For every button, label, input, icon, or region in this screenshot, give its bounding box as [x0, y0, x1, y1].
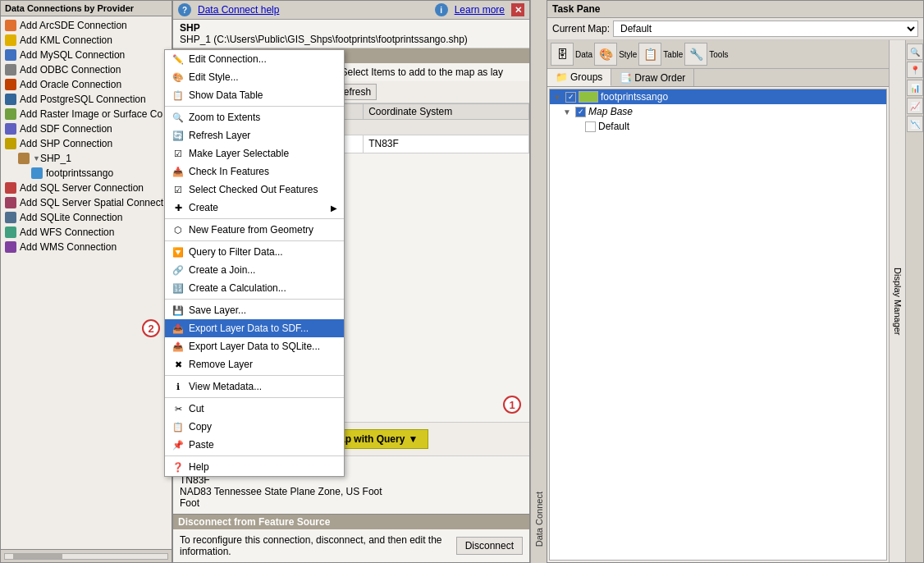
- layer-checkbox-default[interactable]: [585, 121, 596, 132]
- table-tool-button[interactable]: 📋: [638, 43, 661, 66]
- layer-label-footprintssango: footprintssango: [601, 91, 668, 103]
- table-cell-coord: TN83F: [364, 135, 529, 153]
- layer-checkbox-footprintssango[interactable]: ✓: [565, 92, 576, 103]
- help-icon: ?: [178, 3, 191, 16]
- right-sidebar: 🔍 📍 📊 📈 📉: [905, 40, 923, 562]
- tree-item-add-raster-image-or-surface-co[interactable]: Add Raster Image or Surface Co: [1, 107, 172, 121]
- display-manager-label: Display Manager: [893, 264, 903, 339]
- tab-draw-order[interactable]: 📑 Draw Order: [611, 69, 694, 86]
- tree-item-add-sql-server-connection[interactable]: Add SQL Server Connection: [1, 181, 172, 195]
- tree-item-add-wms-connection[interactable]: Add WMS Connection: [1, 240, 172, 254]
- connection-icon: [4, 240, 17, 254]
- data-tool-icon: 🗄: [556, 48, 568, 61]
- tree-item-label: Add SDF Connection: [20, 123, 112, 135]
- connection-icon: [4, 181, 17, 195]
- data-label: Data: [575, 50, 592, 59]
- connection-icon: [4, 137, 17, 150]
- layer-checkbox-mapbase[interactable]: ✓: [575, 107, 586, 117]
- display-manager-tab[interactable]: Display Manager: [889, 40, 905, 562]
- disconnect-description: To reconfigure this connection, disconne…: [180, 534, 456, 557]
- tools-tool-button[interactable]: 🔧: [684, 43, 707, 66]
- rs-icon-3[interactable]: 📊: [907, 80, 923, 96]
- shp-path: SHP_1 (C:\Users\Public\GIS_Shps\footprin…: [180, 34, 523, 45]
- tree-item-add-kml-connection[interactable]: Add KML Connection: [1, 33, 172, 48]
- side-strip-label: Data Connect: [534, 492, 544, 547]
- disconnect-button[interactable]: Disconnect: [456, 537, 523, 555]
- rs-icon-5[interactable]: 📉: [907, 116, 923, 132]
- tree-item-add-arcsde-connection[interactable]: Add ArcSDE Connection: [1, 18, 172, 33]
- task-pane-title: Task Pane: [552, 3, 600, 15]
- info-icon: i: [435, 3, 448, 16]
- tree-item-footprintssango[interactable]: footprintssango: [1, 166, 172, 181]
- tree-item-add-oracle-connection[interactable]: Add Oracle Connection: [1, 77, 172, 92]
- tree-item-label: Add SQL Server Spatial Connect: [20, 197, 163, 208]
- tree-item-add-postgresql-connection[interactable]: Add PostgreSQL Connection: [1, 92, 172, 107]
- connection-icon: [4, 196, 17, 209]
- connection-icon: [4, 34, 17, 47]
- dropdown-arrow-icon: ▼: [408, 433, 418, 445]
- style-label: Style: [619, 50, 637, 59]
- left-panel-title: Data Connections by Provider: [1, 1, 172, 16]
- table-col-coord: Coordinate System: [364, 104, 529, 120]
- style-tool-button[interactable]: 🎨: [594, 43, 617, 66]
- tree-item-add-mysql-connection[interactable]: Add MySQL Connection: [1, 48, 172, 62]
- right-section: Task Pane Current Map: Default 🗄 Data 🎨: [547, 0, 924, 563]
- horizontal-scrollbar[interactable]: [1, 549, 172, 562]
- current-map-label: Current Map:: [552, 23, 610, 34]
- tree-item-label: Add ODBC Connection: [20, 64, 121, 76]
- tree-item-label: SHP_1: [40, 153, 71, 164]
- tree-item-label: Add ArcSDE Connection: [20, 20, 127, 31]
- table-label: Table: [663, 50, 683, 59]
- shp-info: SHP SHP_1 (C:\Users\Public\GIS_Shps\foot…: [173, 20, 529, 48]
- close-icon[interactable]: ✕: [511, 3, 524, 16]
- draw-order-icon: 📑: [620, 72, 632, 84]
- connection-icon: [4, 108, 17, 121]
- layer-color-footprintssango: [579, 91, 598, 103]
- current-map-select[interactable]: Default: [613, 21, 918, 37]
- expand-icon: ▼: [553, 93, 563, 102]
- coord-line-3: Foot: [180, 497, 523, 509]
- connection-icon: [4, 122, 17, 135]
- tree-item-add-sqlite-connection[interactable]: Add SQLite Connection: [1, 210, 172, 225]
- layer-tree: ▼ ✓ footprintssango ▼ ✓ Map Base: [549, 89, 887, 561]
- tree-item-label: Add WFS Connection: [20, 227, 114, 238]
- layer-row-footprintssango[interactable]: ▼ ✓ footprintssango: [550, 89, 886, 104]
- connection-icon: [4, 211, 17, 224]
- right-pane-wrapper: 🗄 Data 🎨 Style 📋 Table 🔧 Tools: [547, 40, 923, 562]
- tree-item-label: Add SQL Server Connection: [20, 182, 144, 194]
- tree-item-label: Add WMS Connection: [20, 241, 117, 253]
- tree-item-shp_1[interactable]: ▼ SHP_1: [1, 151, 172, 166]
- tab-groups[interactable]: 📁 Groups: [547, 69, 611, 86]
- tree-item-add-shp-connection[interactable]: Add SHP Connection: [1, 136, 172, 151]
- disconnect-header: Disconnect from Feature Source: [173, 514, 529, 529]
- data-connect-side-strip: Data Connect: [530, 0, 547, 563]
- data-tool-button[interactable]: 🗄: [551, 43, 574, 66]
- connections-list: Add ArcSDE ConnectionAdd KML ConnectionA…: [1, 16, 172, 549]
- tree-item-add-sdf-connection[interactable]: Add SDF Connection: [1, 121, 172, 136]
- tree-item-add-sql-server-spatial-connect[interactable]: Add SQL Server Spatial Connect: [1, 195, 172, 210]
- task-pane-tabs: 📁 Groups 📑 Draw Order: [547, 69, 889, 87]
- data-connect-help-link[interactable]: Data Connect help: [198, 4, 279, 16]
- connection-icon: [4, 78, 17, 91]
- task-pane-header: Task Pane: [547, 1, 923, 18]
- shp-title: SHP: [180, 22, 523, 34]
- layer-row-default[interactable]: Default: [550, 119, 886, 134]
- layer-row-map-base[interactable]: ▼ ✓ Map Base: [550, 104, 886, 119]
- rs-icon-4[interactable]: 📈: [907, 98, 923, 114]
- rs-icon-2[interactable]: 📍: [907, 62, 923, 78]
- coord-line-2: NAD83 Tennessee State Plane Zone, US Foo…: [180, 486, 523, 497]
- tree-item-add-odbc-connection[interactable]: Add ODBC Connection: [1, 62, 172, 77]
- connection-icon: [4, 226, 17, 239]
- tree-item-label: Add SQLite Connection: [20, 212, 122, 223]
- learn-more-link[interactable]: Learn more: [455, 4, 505, 16]
- tree-item-label: Add SHP Connection: [20, 138, 112, 149]
- tree-item-label: Add Oracle Connection: [20, 79, 121, 90]
- rs-icon-1[interactable]: 🔍: [907, 43, 923, 60]
- tools-tool-icon: 🔧: [689, 48, 703, 61]
- tree-item-label: Add PostgreSQL Connection: [20, 94, 146, 105]
- tree-item-label: Add KML Connection: [20, 34, 112, 46]
- current-map-row: Current Map: Default: [547, 18, 923, 40]
- tree-item-add-wfs-connection[interactable]: Add WFS Connection: [1, 225, 172, 240]
- connection-icon: [4, 48, 17, 62]
- task-pane-content: 🗄 Data 🎨 Style 📋 Table 🔧 Tools: [547, 40, 889, 562]
